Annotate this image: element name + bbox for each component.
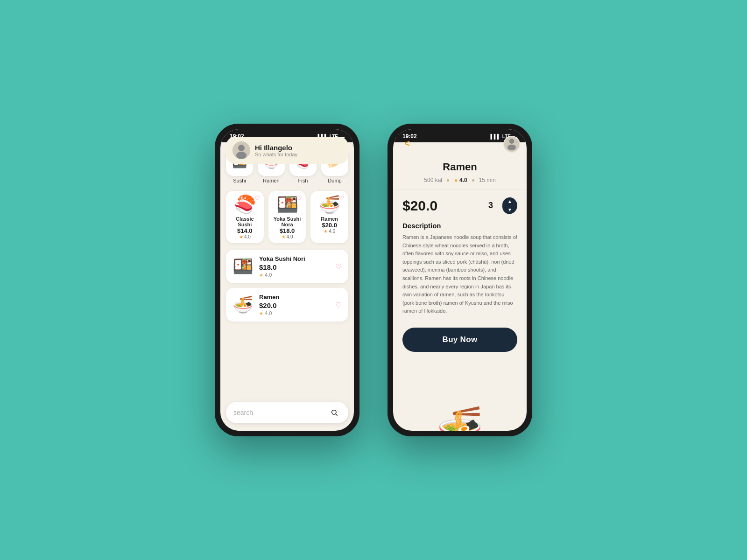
- featured-name-2: Ramen: [315, 216, 344, 222]
- buy-now-section: Buy Now: [393, 323, 527, 361]
- featured-rating-1: ★ 4.0: [273, 234, 302, 239]
- meta-rating: ★ 4.0: [454, 177, 467, 183]
- featured-name-1: Yoka Sushi Nora: [273, 216, 302, 227]
- heart-icon-0[interactable]: ♡: [254, 195, 260, 202]
- meta-dot-2: [472, 179, 474, 182]
- featured-rating-0: ★ 4.0: [231, 234, 259, 239]
- list-star-0: ★: [259, 273, 263, 278]
- featured-section: ♡ 🍣 Classic Sushi $14.0 ★ 4.0 ♡ 🍱 Yoka S…: [220, 187, 354, 247]
- greeting-subtitle: So whats for today: [255, 152, 297, 157]
- list-item-0[interactable]: 🍱 Yoka Sushi Nori $18.0 ★ 4.0 ♡: [226, 250, 348, 283]
- featured-rating-2: ★ 4.0: [315, 229, 344, 234]
- category-label-dumplings: Dump: [328, 178, 341, 183]
- featured-name-0: Classic Sushi: [231, 216, 259, 227]
- heart-icon-2[interactable]: ♡: [339, 195, 345, 202]
- description-section: Description Ramen is a Japanese noodle s…: [393, 222, 527, 323]
- featured-card-0[interactable]: ♡ 🍣 Classic Sushi $14.0 ★ 4.0: [226, 191, 264, 243]
- list-heart-0[interactable]: ♡: [335, 262, 342, 271]
- svg-point-11: [238, 145, 245, 151]
- category-label-fish: Fish: [298, 178, 308, 183]
- back-button[interactable]: <: [400, 136, 415, 151]
- detail-star-icon: ★: [454, 178, 458, 183]
- category-label-sushi: Sushi: [233, 178, 246, 183]
- greeting-card: Hi Illangelo So whats for today: [226, 137, 348, 164]
- price-quantity-row: $20.0 3 ▲ ▼: [393, 189, 527, 222]
- detail-rating-value: 4.0: [459, 177, 467, 183]
- detail-content: Ramen 500 kal ★ 4.0 15 min $20.0 3: [393, 142, 527, 431]
- back-chevron-icon: <: [404, 138, 410, 149]
- list-star-1: ★: [259, 311, 263, 316]
- list-price-1: $20.0: [259, 301, 342, 309]
- list-rating-1: ★ 4.0: [259, 310, 342, 316]
- quantity-buttons: ▲ ▼: [502, 197, 517, 214]
- svg-point-12: [236, 152, 247, 159]
- list-img-0: 🍱: [233, 258, 254, 275]
- phones-container: 19:02 ▌▌▌ LTE ▬: [215, 124, 532, 436]
- quantity-control: 3 ▲ ▼: [479, 197, 517, 214]
- list-img-1: 🍜: [233, 296, 254, 313]
- description-text: Ramen is a Japanese noodle soup that con…: [402, 233, 517, 315]
- star-icon-0: ★: [239, 234, 243, 239]
- avatar-person-svg: [233, 141, 250, 159]
- list-name-1: Ramen: [259, 294, 342, 301]
- avatar-detail: [503, 136, 520, 153]
- featured-price-0: $14.0: [231, 227, 259, 234]
- rating-value-1: 4.0: [287, 234, 293, 239]
- list-rating-val-1: 4.0: [265, 310, 272, 316]
- phone-home: 19:02 ▌▌▌ LTE ▬: [215, 124, 359, 436]
- heart-icon-1[interactable]: ♡: [296, 195, 302, 202]
- svg-line-14: [336, 414, 337, 415]
- greeting-title: Hi Illangelo: [255, 144, 297, 152]
- list-rating-val-0: 4.0: [265, 272, 272, 278]
- svg-point-13: [332, 410, 336, 414]
- svg-point-27: [509, 139, 514, 144]
- avatar-detail-svg: [504, 136, 519, 152]
- calories-label: 500 kal: [424, 177, 442, 183]
- greeting-text: Hi Illangelo So whats for today: [255, 144, 297, 157]
- avatar-home: [233, 141, 250, 159]
- phone-detail: 19:02 ▌▌▌ LTE ▬: [388, 124, 532, 436]
- signal-icon-detail: ▌▌▌: [491, 134, 500, 139]
- list-rating-0: ★ 4.0: [259, 272, 342, 278]
- hero-food-image: 🍜: [437, 407, 483, 431]
- search-bar[interactable]: search: [226, 402, 348, 423]
- featured-price-1: $18.0: [273, 227, 302, 234]
- list-info-1: Ramen $20.0 ★ 4.0: [259, 294, 342, 316]
- time-label: 15 min: [479, 177, 496, 183]
- rating-value-0: 4.0: [244, 234, 251, 239]
- quantity-down-button[interactable]: ▼: [502, 206, 517, 214]
- buy-now-button[interactable]: Buy Now: [402, 328, 517, 352]
- category-label-ramen: Ramen: [263, 178, 279, 183]
- list-item-1[interactable]: 🍜 Ramen $20.0 ★ 4.0 ♡: [226, 288, 348, 322]
- star-icon-2: ★: [324, 229, 328, 234]
- featured-row: ♡ 🍣 Classic Sushi $14.0 ★ 4.0 ♡ 🍱 Yoka S…: [226, 191, 348, 243]
- meta-dot-1: [447, 179, 449, 182]
- search-icon[interactable]: [328, 406, 341, 419]
- quantity-up-button[interactable]: ▲: [502, 197, 517, 206]
- detail-meta-row: 500 kal ★ 4.0 15 min: [393, 173, 527, 189]
- description-title: Description: [402, 222, 517, 230]
- quantity-display: 3: [479, 197, 502, 214]
- featured-card-1[interactable]: ♡ 🍱 Yoka Sushi Nora $18.0 ★ 4.0: [268, 191, 306, 243]
- rating-value-2: 4.0: [329, 229, 335, 234]
- list-name-0: Yoka Sushi Nori: [259, 255, 342, 262]
- list-heart-1[interactable]: ♡: [335, 301, 342, 309]
- featured-price-2: $20.0: [315, 222, 344, 229]
- star-icon-1: ★: [282, 234, 286, 239]
- list-info-0: Yoka Sushi Nori $18.0 ★ 4.0: [259, 255, 342, 278]
- detail-price: $20.0: [402, 198, 437, 214]
- item-name: Ramen: [393, 161, 527, 173]
- search-placeholder: search: [233, 409, 253, 416]
- svg-point-28: [507, 145, 516, 150]
- featured-card-2[interactable]: ♡ 🍜 Ramen $20.0 ★ 4.0: [310, 191, 348, 243]
- list-price-0: $18.0: [259, 263, 342, 271]
